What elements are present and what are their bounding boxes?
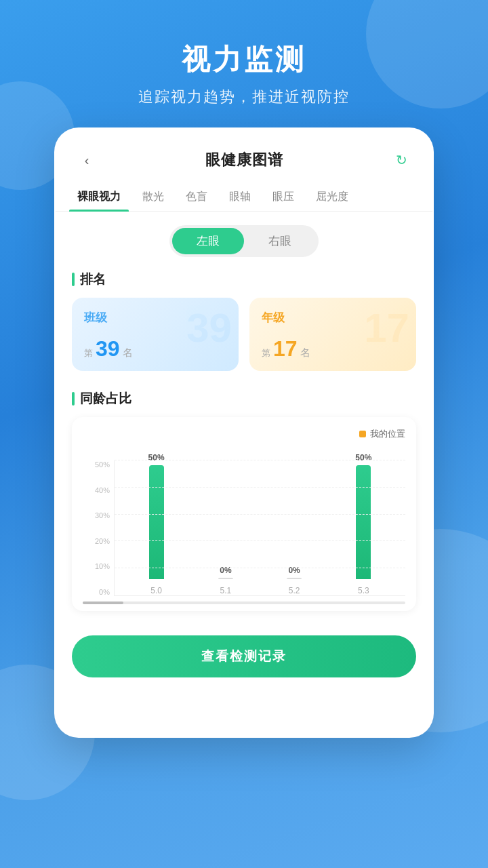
bar-label-bottom-52: 5.2 <box>289 586 300 595</box>
bar-53 <box>356 465 371 579</box>
grid-line-10 <box>115 568 405 568</box>
chart-legend: 我的位置 <box>83 428 405 440</box>
bar-51 <box>218 578 233 579</box>
class-rank-value-row: 第 39 名 <box>84 336 226 361</box>
tabs-bar: 裸眼视力 散光 色盲 眼轴 眼压 屈光度 <box>56 183 432 212</box>
bar-52 <box>287 578 302 579</box>
page-subtitle: 追踪视力趋势，推进近视防控 <box>0 87 488 107</box>
scroll-thumb <box>83 601 123 604</box>
y-axis: 0% 10% 20% 30% 40% 50% <box>83 460 110 596</box>
page-title: 视力监测 <box>0 41 488 79</box>
card-title: 眼健康图谱 <box>205 150 283 170</box>
bars-row: 50% 5.0 0% 5.1 0% <box>115 460 405 595</box>
bar-label-top-53: 50% <box>355 453 371 462</box>
phone-card: ‹ 眼健康图谱 ↻ 裸眼视力 散光 色盲 眼轴 眼压 屈光度 左眼 右眼 排名 … <box>54 127 434 738</box>
grade-rank-label: 年级 <box>262 310 404 326</box>
grade-rank-number: 17 <box>273 336 298 361</box>
tab-eye-axis[interactable]: 眼轴 <box>221 183 259 211</box>
y-label-10: 10% <box>83 562 110 570</box>
chart-inner: 50% 5.0 0% 5.1 0% <box>114 460 405 596</box>
bar-group-53: 50% 5.3 <box>355 453 371 595</box>
ranking-section-title: 排名 <box>56 271 432 288</box>
grid-line-30 <box>115 514 405 515</box>
grade-rank-value-row: 第 17 名 <box>262 336 404 361</box>
eye-toggle: 左眼 右眼 <box>169 225 319 257</box>
card-header: ‹ 眼健康图谱 ↻ <box>56 129 432 183</box>
class-rank-card: 班级 第 39 名 39 <box>72 298 239 371</box>
grid-line-40 <box>115 487 405 488</box>
bottom-btn-area: 查看检测记录 <box>56 625 432 696</box>
class-rank-label: 班级 <box>84 310 226 326</box>
bar-group-51: 0% 5.1 <box>218 566 233 595</box>
legend-dot <box>359 431 366 437</box>
grade-rank-prefix: 第 <box>262 347 270 359</box>
bar-50 <box>149 465 164 579</box>
scroll-indicator[interactable] <box>83 601 405 604</box>
legend-label: 我的位置 <box>370 428 405 440</box>
back-button[interactable]: ‹ <box>75 148 99 172</box>
class-rank-suffix: 名 <box>123 347 133 359</box>
y-label-0: 0% <box>83 588 110 596</box>
y-label-40: 40% <box>83 486 110 494</box>
refresh-button[interactable]: ↻ <box>389 148 413 172</box>
grade-rank-card: 年级 第 17 名 17 <box>249 298 416 371</box>
ranking-row: 班级 第 39 名 39 年级 第 17 名 17 <box>56 298 432 371</box>
y-label-50: 50% <box>83 460 110 469</box>
grade-rank-suffix: 名 <box>300 347 310 359</box>
tab-refraction[interactable]: 屈光度 <box>308 183 357 211</box>
phone-card-wrapper: ‹ 眼健康图谱 ↻ 裸眼视力 散光 色盲 眼轴 眼压 屈光度 左眼 右眼 排名 … <box>0 127 488 738</box>
y-label-30: 30% <box>83 511 110 519</box>
chart-section-title: 同龄占比 <box>56 390 432 408</box>
bar-label-top-50: 50% <box>148 453 165 462</box>
view-records-button[interactable]: 查看检测记录 <box>72 635 416 677</box>
bar-label-bottom-53: 5.3 <box>358 586 369 595</box>
bar-group-52: 0% 5.2 <box>287 566 302 595</box>
class-rank-prefix: 第 <box>84 347 93 359</box>
tab-eye-pressure[interactable]: 眼压 <box>264 183 302 211</box>
tab-scatter[interactable]: 散光 <box>134 183 172 211</box>
class-rank-number: 39 <box>96 336 120 361</box>
bar-label-bottom-50: 5.0 <box>150 586 162 595</box>
left-eye-button[interactable]: 左眼 <box>172 228 244 254</box>
grid-line-20 <box>115 540 405 541</box>
tab-color-blind[interactable]: 色盲 <box>178 183 216 211</box>
bar-group-50: 50% 5.0 <box>148 453 165 595</box>
y-label-20: 20% <box>83 537 110 545</box>
chart-section: 我的位置 0% 10% 20% 30% 40% 50% <box>72 417 416 611</box>
bar-label-top-52: 0% <box>288 566 300 575</box>
chart-area: 0% 10% 20% 30% 40% 50% <box>83 447 405 596</box>
right-eye-button[interactable]: 右眼 <box>244 228 316 254</box>
bar-label-top-51: 0% <box>220 566 231 575</box>
section-bar-chart <box>72 392 75 406</box>
tab-naked-vision[interactable]: 裸眼视力 <box>69 183 129 211</box>
section-bar-ranking <box>72 273 75 286</box>
bar-label-bottom-51: 5.1 <box>220 586 232 595</box>
header-section: 视力监测 追踪视力趋势，推进近视防控 <box>0 0 488 127</box>
grid-line-50 <box>115 460 405 460</box>
